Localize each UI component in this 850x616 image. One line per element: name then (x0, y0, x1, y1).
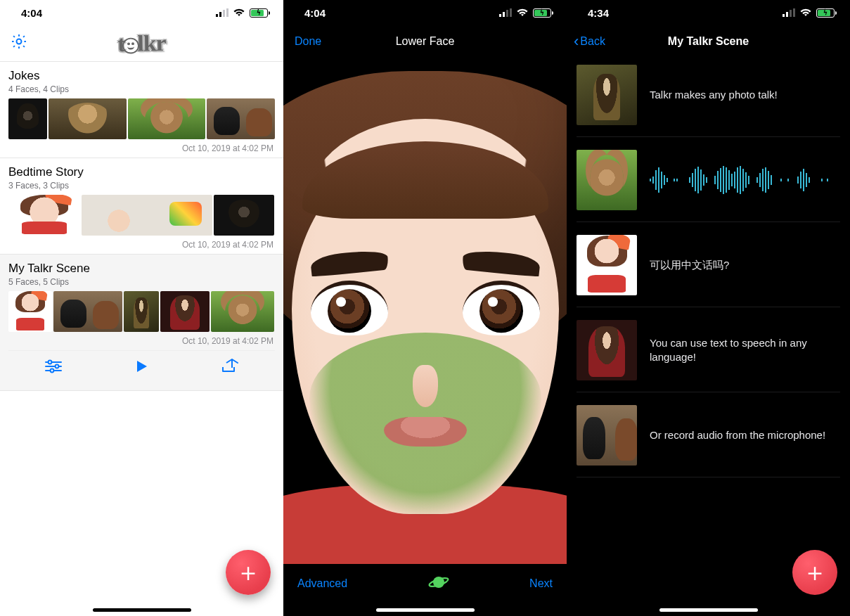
status-right: ϟ (783, 8, 835, 18)
svg-rect-14 (510, 8, 512, 17)
wifi-icon (799, 8, 812, 17)
svg-point-4 (17, 39, 22, 44)
thumb-queen-portrait (160, 291, 210, 332)
status-bar: 4:34 ϟ (567, 0, 850, 25)
svg-rect-12 (503, 12, 505, 17)
advanced-button[interactable]: Advanced (297, 577, 347, 590)
scene-item-bedtime-story[interactable]: Bedtime Story 3 Faces, 3 Clips Oct 10, 2… (0, 158, 283, 255)
wifi-icon (233, 8, 245, 17)
svg-rect-54 (768, 171, 769, 189)
svg-rect-39 (720, 168, 721, 192)
svg-rect-48 (745, 172, 747, 188)
svg-rect-56 (780, 179, 782, 181)
clip-text: 可以用中文话吗? (650, 258, 840, 272)
plus-icon: ＋ (236, 556, 261, 590)
add-scene-fab[interactable]: ＋ (226, 550, 271, 595)
cellular-icon (499, 8, 512, 17)
settings-button[interactable] (10, 32, 28, 55)
thumb-lioness (49, 98, 127, 139)
clip-row[interactable]: 可以用中文话吗? (577, 235, 840, 307)
screen-scene-detail: 4:34 ϟ ‹ Back My Talkr Scene Talkr makes… (567, 0, 850, 616)
chevron-left-icon: ‹ (574, 34, 579, 49)
scene-date: Oct 10, 2019 at 4:02 PM (8, 236, 275, 251)
share-button[interactable] (219, 358, 240, 378)
svg-rect-38 (717, 171, 719, 189)
back-button[interactable]: ‹ Back (574, 34, 605, 49)
nav-title: My Talkr Scene (668, 35, 749, 48)
svg-rect-27 (667, 178, 668, 182)
svg-rect-50 (756, 177, 758, 183)
face-canvas[interactable] (283, 58, 567, 564)
svg-rect-44 (734, 172, 735, 188)
svg-rect-59 (800, 172, 801, 188)
svg-rect-36 (706, 177, 707, 183)
svg-rect-11 (499, 14, 501, 17)
next-button[interactable]: Next (529, 577, 553, 590)
clip-row[interactable]: Or record audio from the microphone! (577, 405, 840, 477)
screen-lower-face-editor: 4:04 ϟ Done Lower Face (283, 0, 567, 616)
thumb-two-dogs (207, 98, 275, 139)
svg-rect-43 (731, 174, 733, 186)
svg-rect-47 (742, 169, 744, 191)
svg-rect-58 (797, 177, 799, 184)
scene-action-bar (8, 350, 275, 387)
svg-rect-49 (748, 176, 749, 184)
plus-icon: ＋ (802, 556, 828, 590)
thumb-queen-portrait (577, 320, 637, 380)
clip-row[interactable]: Talkr makes any photo talk! (577, 65, 840, 137)
add-clip-fab[interactable]: ＋ (792, 550, 837, 595)
home-indicator (376, 608, 475, 612)
thumb-two-dogs (53, 291, 122, 332)
scene-thumbs (8, 291, 275, 332)
status-bar: 4:04 ϟ (0, 0, 283, 25)
svg-rect-62 (809, 177, 810, 183)
svg-rect-24 (658, 167, 659, 193)
svg-rect-64 (827, 179, 828, 181)
battery-icon: ϟ (250, 8, 268, 18)
svg-rect-61 (806, 173, 807, 187)
scene-subtitle: 3 Faces, 3 Clips (8, 181, 275, 191)
svg-rect-28 (674, 179, 675, 181)
svg-rect-34 (700, 169, 702, 191)
scene-item-my-talkr-scene[interactable]: My Talkr Scene 5 Faces, 5 Clips Oct 10, … (0, 255, 283, 391)
svg-rect-40 (723, 166, 724, 194)
svg-rect-18 (786, 12, 788, 17)
svg-rect-45 (737, 167, 738, 193)
status-time: 4:04 (304, 7, 326, 19)
scene-title: My Talkr Scene (8, 262, 275, 276)
scene-item-jokes[interactable]: Jokes 4 Faces, 4 Clips Oct 10, 2019 at 4… (0, 62, 283, 158)
edit-button[interactable] (44, 359, 63, 377)
nav-bar: Done Lower Face (283, 25, 567, 58)
thumb-baby (82, 195, 212, 236)
battery-icon: ϟ (816, 8, 835, 18)
clip-row[interactable]: You can use text to speech in any langua… (577, 320, 840, 392)
thumb-gorilla (214, 195, 274, 236)
svg-rect-33 (697, 167, 699, 193)
clip-row[interactable] (577, 150, 840, 222)
svg-rect-55 (771, 175, 772, 185)
svg-rect-19 (790, 10, 792, 17)
home-indicator (659, 608, 758, 612)
done-button[interactable]: Done (295, 35, 321, 48)
svg-rect-17 (783, 14, 785, 17)
svg-rect-35 (703, 174, 704, 186)
status-time: 4:04 (21, 7, 42, 19)
play-button[interactable] (133, 358, 150, 378)
app-logo: tlkr (117, 30, 166, 56)
nav-bar: ‹ Back My Talkr Scene (567, 25, 850, 58)
cellular-icon (783, 8, 795, 17)
nav-title: Lower Face (396, 35, 455, 48)
svg-rect-26 (664, 175, 665, 185)
svg-rect-63 (821, 179, 823, 181)
status-bar: 4:04 ϟ (283, 0, 567, 25)
svg-rect-23 (655, 170, 657, 190)
cellular-icon (216, 8, 228, 17)
clip-text: You can use text to speech in any langua… (650, 336, 840, 365)
thumb-cartoon-girl (8, 195, 80, 236)
thumb-two-dogs (577, 405, 637, 466)
scene-date: Oct 10, 2019 at 4:02 PM (8, 139, 275, 155)
svg-rect-25 (661, 172, 662, 188)
planet-button[interactable] (428, 574, 449, 593)
svg-rect-0 (216, 14, 218, 17)
editor-toolbar: Advanced Next (283, 564, 567, 603)
